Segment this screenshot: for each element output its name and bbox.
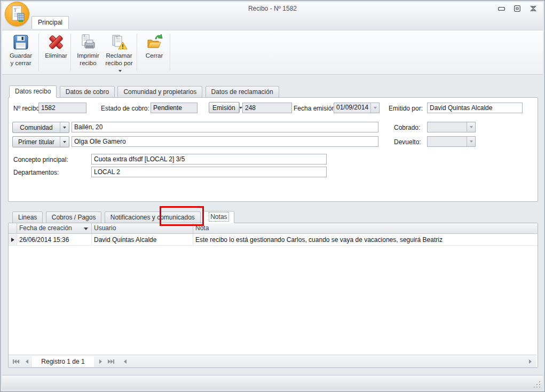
chevron-down-icon[interactable]: [60, 122, 69, 132]
reclaim-receipt-button[interactable]: T Reclamar recibo por: [104, 32, 135, 73]
receipt-window: Recibo - Nº 1582 T Principal: [0, 0, 545, 392]
chevron-down-icon[interactable]: [370, 103, 379, 113]
resize-grip[interactable]: [533, 380, 540, 388]
grid-header-fecha[interactable]: Fecha de creación: [17, 223, 92, 234]
last-record-button[interactable]: [107, 357, 115, 366]
departamentos-label: Departamentos:: [13, 169, 59, 176]
svg-text:T: T: [14, 8, 17, 13]
printer-receipt-icon: T: [80, 34, 97, 51]
chevron-down-icon[interactable]: [60, 137, 69, 147]
primer-titular-button[interactable]: Primer titular: [12, 136, 69, 147]
record-count-label: Registro 1 de 1: [32, 356, 94, 367]
close-label: Cerrar: [146, 52, 163, 59]
tab-datos-cobro[interactable]: Datos de cobro: [60, 86, 115, 98]
tab-comunidad-propietarios[interactable]: Comunidad y propietarios: [117, 86, 202, 98]
fecha-emision-label: Fecha emisión:: [294, 105, 337, 112]
grid-indicator-header: [9, 223, 17, 234]
cobrado-label: Cobrado:: [394, 124, 420, 131]
ribbon-separator: [170, 34, 170, 71]
primer-titular-field[interactable]: [72, 136, 378, 147]
tab-datos-recibo[interactable]: Datos recibo: [9, 85, 57, 98]
print-receipt-button[interactable]: T Imprimir recibo: [73, 32, 104, 73]
ribbon-separator: [38, 34, 39, 71]
restore-button[interactable]: [514, 5, 521, 12]
dropdown-arrow-icon: [119, 70, 122, 72]
ribbon-separator: [70, 34, 71, 71]
grid-cell-nota[interactable]: Este recibo lo está gestionando Carlos, …: [193, 234, 538, 246]
save-close-label: Guardar: [10, 52, 32, 59]
grid-header-nota[interactable]: Nota: [193, 223, 538, 234]
comunidad-field[interactable]: [72, 122, 378, 132]
emision-dropdown-button[interactable]: Emisión: [209, 102, 240, 113]
scroll-left-button[interactable]: [121, 357, 129, 366]
devuelto-combo[interactable]: [427, 136, 476, 147]
grid-cell-usuario[interactable]: David Quintas Alcalde: [92, 234, 193, 246]
receipt-warning-icon: T: [110, 34, 128, 51]
red-x-icon: [48, 34, 65, 51]
cobrado-combo[interactable]: [427, 122, 476, 132]
print-label: Imprimir: [77, 52, 99, 59]
next-record-button[interactable]: [96, 357, 105, 366]
svg-text:T: T: [83, 34, 85, 37]
chevron-down-icon[interactable]: [467, 137, 475, 146]
floppy-icon: [12, 34, 29, 51]
record-navigator: Registro 1 de 1: [9, 355, 536, 367]
tab-notas[interactable]: Notas: [203, 211, 234, 223]
svg-text:T: T: [116, 36, 118, 39]
previous-record-button[interactable]: [22, 357, 31, 366]
chevron-down-icon[interactable]: [239, 103, 242, 113]
tab-lineas[interactable]: Lineas: [12, 211, 43, 223]
save-close-button[interactable]: Guardar y cerrar: [5, 32, 36, 73]
reclaim-label: Reclamar: [106, 52, 132, 59]
delete-label: Eliminar: [45, 52, 67, 59]
emitido-por-field[interactable]: [427, 103, 523, 113]
delete-button[interactable]: Eliminar: [41, 32, 72, 73]
comunidad-button[interactable]: Comunidad: [12, 122, 69, 133]
num-recibo-field[interactable]: [38, 103, 86, 113]
ribbon-tab-principal[interactable]: Principal: [31, 16, 69, 29]
sort-desc-icon: [84, 228, 88, 230]
chevron-down-icon[interactable]: [467, 122, 475, 132]
estado-cobro-label: Estado de cobro:: [101, 105, 149, 112]
row-indicator-cell: [9, 234, 17, 246]
fecha-emision-field[interactable]: 01/09/2014: [334, 103, 380, 113]
grid-cell-fecha[interactable]: 26/06/2014 15:36: [17, 234, 92, 246]
concepto-principal-field[interactable]: [91, 154, 327, 164]
red-highlight-annotation: [160, 206, 204, 226]
tab-cobros-pagos[interactable]: Cobros / Pagos: [46, 211, 102, 223]
window-title: Recibo - Nº 1582: [1, 5, 544, 12]
concepto-principal-label: Concepto principal:: [13, 156, 68, 163]
ribbon-separator: [137, 34, 137, 71]
row-pointer-icon: [11, 238, 14, 242]
emision-number-field[interactable]: [242, 103, 292, 113]
close-icon[interactable]: [530, 5, 537, 12]
minimize-button[interactable]: [497, 5, 505, 12]
devuelto-label: Devuelto:: [394, 138, 421, 146]
num-recibo-label: Nº recibo:: [13, 105, 41, 112]
app-icon[interactable]: T: [5, 2, 29, 26]
emitido-por-label: Emitido por:: [389, 105, 423, 112]
estado-cobro-field[interactable]: [151, 103, 198, 113]
window-controls: [497, 5, 537, 12]
scroll-right-button[interactable]: [526, 357, 534, 366]
first-record-button[interactable]: [12, 357, 20, 366]
close-form-button[interactable]: Cerrar: [139, 32, 170, 73]
folder-arrow-icon: [146, 34, 163, 51]
tab-datos-reclamacion[interactable]: Datos de reclamación: [206, 86, 279, 98]
ribbon: Guardar y cerrar Eliminar T Imprimi: [2, 30, 543, 75]
departamentos-field[interactable]: [91, 167, 327, 177]
status-bar: [2, 375, 543, 390]
detail-tabstrip: Datos recibo Datos de cobro Comunidad y …: [9, 85, 280, 98]
